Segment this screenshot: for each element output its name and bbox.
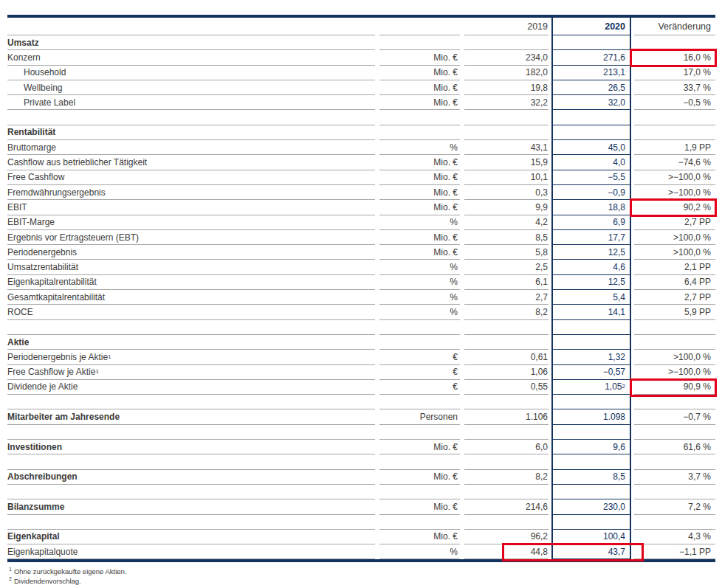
table-row: AbschreibungenMio. €8,28,53,7 %: [7, 470, 715, 485]
value-2019: [464, 425, 549, 440]
footnote-marker: 1: [9, 567, 12, 572]
row-label: Eigenkapitalquote: [7, 544, 375, 559]
table-row: Mitarbeiter am JahresendePersonen1.1061.…: [7, 409, 715, 424]
value-2019: 19,8: [464, 80, 549, 95]
row-label: [7, 454, 375, 469]
row-unit: Mio. €: [379, 530, 460, 544]
row-unit: Mio. €: [379, 80, 460, 95]
value-2020: [553, 454, 630, 469]
row-unit: Mio. €: [379, 440, 460, 454]
row-label: Bruttomarge: [7, 140, 375, 155]
row-label: Konzern: [7, 50, 375, 65]
value-2020: 8,5: [553, 470, 630, 485]
value-2020: 32,0: [553, 95, 630, 110]
table-row: KonzernMio. €234,0271,616,0 %: [7, 50, 715, 65]
value-change: [634, 110, 715, 125]
value-2019: 4,2: [464, 215, 549, 230]
value-change: >100,0 %: [634, 350, 715, 364]
value-2020: −0,9: [553, 185, 630, 200]
header-2020: 2020: [553, 18, 630, 35]
table-row: WellbeingMio. €19,826,533,7 %: [7, 80, 715, 95]
spacer-row: [7, 454, 715, 469]
row-unit: Mio. €: [379, 95, 460, 110]
row-label: Fremdwährungsergebnis: [7, 185, 375, 200]
table-row: PeriodenergebnisMio. €5,812,5>100,0 %: [7, 245, 715, 260]
row-label: EBIT-Marge: [7, 215, 375, 230]
value-change: >−100,0 %: [634, 185, 715, 200]
table-row: Periodenergebnis je Aktie1€0,611,32>100,…: [7, 350, 715, 364]
value-change: 33,7 %: [634, 80, 715, 95]
value-2019: [464, 110, 549, 125]
value-2020: 6,9: [553, 215, 630, 230]
row-unit: Mio. €: [379, 470, 460, 485]
value-2020: 14,1: [553, 305, 630, 319]
row-label: Ergebnis vor Ertragsteuern (EBT): [7, 230, 375, 245]
table-row: Eigenkapitalrentabilität%6,112,56,4 PP: [7, 275, 715, 290]
footnote-text: Ohne zurückgekaufte eigene Aktien.: [14, 567, 127, 575]
row-label: Private Label: [7, 95, 375, 110]
row-unit: [379, 515, 460, 530]
table-row: Cashflow aus betrieblicher TätigkeitMio.…: [7, 155, 715, 170]
table-row: Free Cashflow je Aktie1€1,06−0,57>−100,0…: [7, 365, 715, 380]
value-change: 7,2 %: [634, 499, 715, 514]
row-label: Bilanzsumme: [7, 499, 375, 514]
table-row: Eigenkapitalquote%44,843,7−1,1 PP: [7, 544, 715, 559]
value-change: −0,5 %: [634, 95, 715, 110]
row-label: Rentabilität: [7, 125, 375, 140]
row-unit: %: [379, 140, 460, 155]
value-change: >−100,0 %: [634, 365, 715, 380]
value-2019: 8,5: [464, 230, 549, 245]
value-2019: 43,1: [464, 140, 549, 155]
value-2020: 100,4: [553, 530, 630, 544]
value-change: [634, 35, 715, 50]
table-row: Umsatz: [7, 35, 715, 50]
value-2019: 2,5: [464, 260, 549, 274]
value-change: [634, 125, 715, 140]
value-2020: 17,7: [553, 230, 630, 245]
value-change: 2,7 PP: [634, 215, 715, 230]
value-change: 90,2 %: [634, 200, 715, 215]
table-row: ROCE%8,214,15,9 PP: [7, 305, 715, 319]
value-change: >100,0 %: [634, 245, 715, 260]
spacer-row: [7, 425, 715, 440]
spacer-row: [7, 320, 715, 335]
value-change: 2,7 PP: [634, 290, 715, 305]
row-unit: €: [379, 365, 460, 380]
value-change: −74,6 %: [634, 155, 715, 170]
value-change: 6,4 PP: [634, 275, 715, 290]
row-unit: Mio. €: [379, 245, 460, 260]
row-unit: [379, 395, 460, 409]
row-unit: %: [379, 275, 460, 290]
row-label: Mitarbeiter am Jahresende: [7, 409, 375, 424]
row-unit: Mio. €: [379, 185, 460, 200]
row-label: Eigenkapitalrentabilität: [7, 275, 375, 290]
row-unit: %: [379, 260, 460, 274]
row-label: Household: [7, 66, 375, 80]
footnote-text: Dividendenvorschlag.: [14, 577, 81, 585]
value-2020: 230,0: [553, 499, 630, 514]
value-2020: 1,32: [553, 350, 630, 364]
value-2020: −5,5: [553, 170, 630, 185]
row-label: [7, 110, 375, 125]
table-row: Ergebnis vor Ertragsteuern (EBT)Mio. €8,…: [7, 230, 715, 245]
row-label: [7, 485, 375, 499]
value-2019: 32,2: [464, 95, 549, 110]
value-2020: [553, 515, 630, 530]
value-2020: 1,052: [553, 380, 630, 395]
table-row: Rentabilität: [7, 125, 715, 140]
header-veraenderung: Veränderung: [634, 18, 715, 35]
row-unit: %: [379, 215, 460, 230]
value-2019: 214,6: [464, 499, 549, 514]
value-2020: 4,6: [553, 260, 630, 274]
table-row: Private LabelMio. €32,232,0−0,5 %: [7, 95, 715, 110]
value-2020: 9,6: [553, 440, 630, 454]
value-2019: 5,8: [464, 245, 549, 260]
value-2019: 0,3: [464, 185, 549, 200]
value-change: [634, 335, 715, 350]
footnote-2: 2Dividendenvorschlag.: [9, 576, 127, 586]
row-unit: [379, 485, 460, 499]
row-unit: Mio. €: [379, 155, 460, 170]
value-change: 61,6 %: [634, 440, 715, 454]
value-change: −0,7 %: [634, 409, 715, 424]
value-2019: [464, 320, 549, 335]
